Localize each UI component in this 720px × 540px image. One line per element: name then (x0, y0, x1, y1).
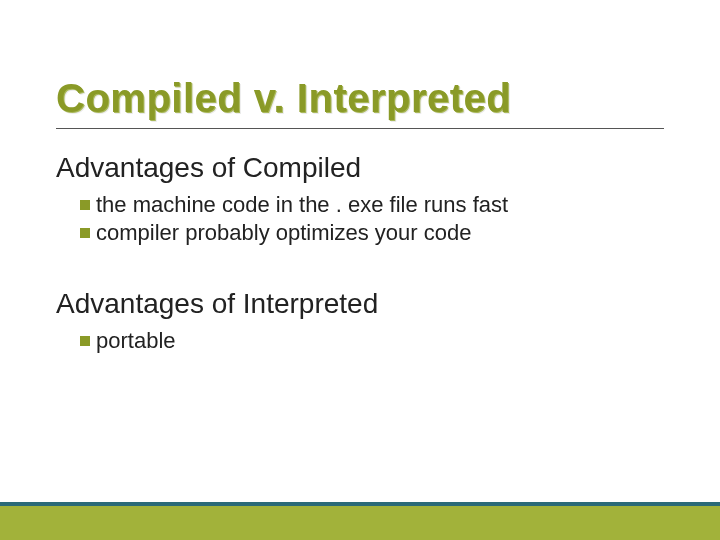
list-item-text: compiler probably optimizes your code (96, 220, 471, 246)
list-item: the machine code in the . exe file runs … (80, 192, 508, 218)
list-item: compiler probably optimizes your code (80, 220, 508, 246)
section1-heading: Advantages of Compiled (56, 152, 361, 184)
square-bullet-icon (80, 336, 90, 346)
list-item: portable (80, 328, 176, 354)
list-item-text: portable (96, 328, 176, 354)
square-bullet-icon (80, 200, 90, 210)
footer-bar (0, 506, 720, 540)
section1-list: the machine code in the . exe file runs … (80, 192, 508, 248)
section2-heading: Advantages of Interpreted (56, 288, 378, 320)
list-item-text: the machine code in the . exe file runs … (96, 192, 508, 218)
slide: Compiled v. Interpreted Advantages of Co… (0, 0, 720, 540)
title-underline (56, 128, 664, 129)
section2-list: portable (80, 328, 176, 356)
slide-title: Compiled v. Interpreted (56, 76, 511, 121)
square-bullet-icon (80, 228, 90, 238)
